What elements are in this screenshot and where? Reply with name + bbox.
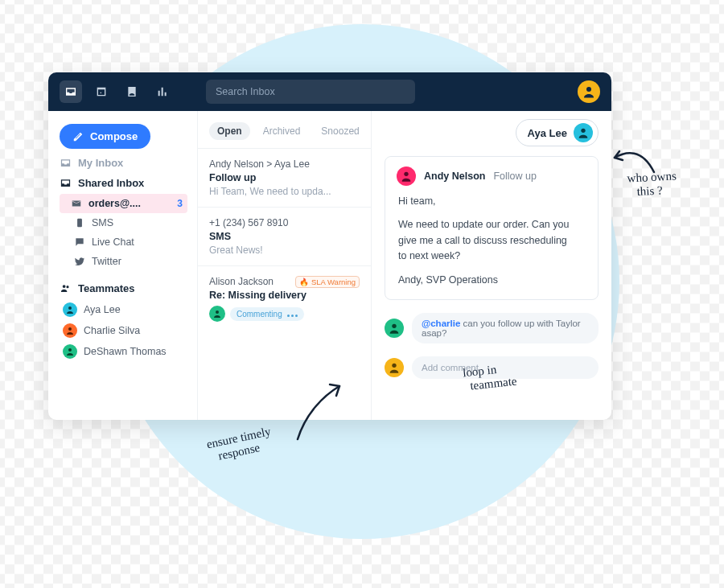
avatar (63, 344, 77, 359)
email-subject: Follow up (493, 171, 537, 182)
comment-row: @charlie can you follow up with Taylor a… (385, 313, 599, 343)
search-input[interactable]: Search Inbox (206, 80, 415, 104)
owner-pill[interactable]: Aya Lee (516, 119, 599, 146)
nav-analytics-icon[interactable] (151, 80, 174, 103)
sender-avatar (397, 167, 416, 186)
message-item[interactable]: 🔥 SLA Warning Alison Jackson Re: Missing… (198, 265, 371, 331)
search-placeholder: Search Inbox (216, 86, 275, 97)
unread-count: 3 (177, 198, 183, 209)
compose-label: Compose (90, 130, 138, 142)
sidebar-item-twitter[interactable]: Twitter (60, 252, 187, 271)
inbox-icon (60, 177, 72, 189)
svg-point-0 (586, 87, 591, 92)
compose-icon (72, 131, 84, 142)
svg-point-7 (216, 310, 219, 314)
inbox-icon (60, 157, 72, 169)
avatar (63, 302, 77, 317)
owner-avatar (574, 123, 593, 142)
svg-point-3 (66, 286, 68, 288)
twitter-icon (74, 256, 85, 267)
svg-point-10 (392, 324, 396, 328)
tab-open[interactable]: Open (209, 122, 250, 140)
current-user-avatar[interactable] (578, 80, 600, 103)
message-item[interactable]: +1 (234) 567 8910 SMS Great News! (198, 207, 371, 265)
nav-inbox-icon[interactable] (60, 80, 82, 103)
svg-point-8 (581, 129, 585, 133)
avatar (63, 323, 77, 338)
compose-button[interactable]: Compose (60, 124, 150, 149)
current-user-avatar-small (385, 358, 404, 377)
nav-contacts-icon[interactable] (121, 80, 143, 103)
mention: @charlie (422, 319, 460, 328)
sender-name: Andy Nelson (424, 171, 485, 182)
shared-inbox-heading[interactable]: Shared Inbox (60, 177, 187, 189)
svg-point-2 (63, 285, 66, 288)
teammate-aya[interactable]: Aya Lee (60, 299, 187, 320)
chat-icon (74, 236, 85, 248)
envelope-icon (71, 198, 82, 209)
comment-bubble: @charlie can you follow up with Taylor a… (412, 313, 599, 343)
sidebar-item-sms[interactable]: SMS (60, 213, 187, 232)
tab-snoozed[interactable]: Snoozed (313, 122, 367, 140)
my-inbox-heading[interactable]: My Inbox (60, 157, 187, 169)
teammate-charlie[interactable]: Charlie Silva (60, 320, 187, 341)
sidebar: Compose My Inbox Shared Inbox orders@...… (48, 111, 198, 420)
svg-point-9 (404, 172, 408, 176)
topbar: Search Inbox (48, 72, 611, 111)
email-body: Hi team, We need to update our order. Ca… (397, 194, 586, 288)
sidebar-item-livechat[interactable]: Live Chat (60, 232, 187, 252)
svg-point-11 (392, 364, 396, 368)
sidebar-item-orders[interactable]: orders@.... 3 (60, 194, 187, 213)
nav-calendar-icon[interactable] (90, 80, 113, 103)
annotation-loop: loop in teammate (462, 361, 517, 394)
teammates-heading: Teammates (60, 282, 187, 294)
tab-archived[interactable]: Archived (255, 122, 309, 140)
email-card: Andy Nelson Follow up Hi team, We need t… (385, 156, 599, 300)
annotation-arrow (291, 381, 348, 446)
commenter-avatar (385, 319, 404, 338)
team-icon (60, 282, 72, 294)
svg-point-6 (68, 348, 72, 352)
teammate-deshawn[interactable]: DeShawn Thomas (60, 341, 187, 362)
sla-warning-badge: 🔥 SLA Warning (295, 276, 360, 288)
phone-icon (74, 217, 85, 228)
message-list: Open Archived Snoozed Andy Nelson > Aya … (198, 111, 372, 420)
app-window: Search Inbox Compose My Inbox Shared Inb… (48, 72, 611, 420)
annotation-who-owns: who owns this ? (627, 169, 677, 199)
svg-rect-1 (77, 219, 82, 228)
inbox-tabs: Open Archived Snoozed (198, 111, 371, 148)
message-item[interactable]: Andy Nelson > Aya Lee Follow up Hi Team,… (198, 148, 371, 207)
svg-point-5 (68, 327, 72, 331)
avatar (209, 306, 225, 322)
commenting-badge: Commenting (230, 307, 304, 321)
svg-point-4 (68, 306, 72, 310)
